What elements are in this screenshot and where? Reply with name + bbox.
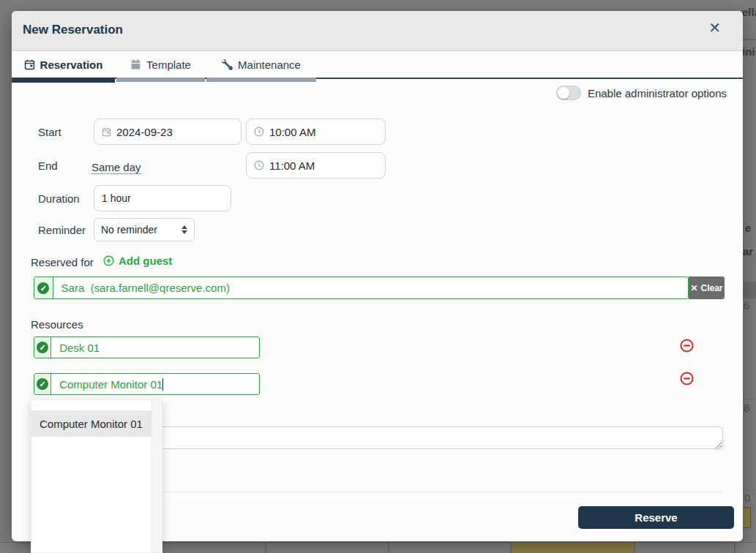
clear-x-icon: ✕ [690, 283, 697, 293]
reserved-for-field[interactable] [53, 277, 688, 298]
reminder-label: Reminder [38, 218, 86, 241]
tab-label: Reservation [40, 59, 103, 71]
calendar-filled-icon [130, 59, 141, 70]
reminder-select[interactable]: No reminder [94, 218, 195, 241]
add-guest-button[interactable]: Add guest [103, 255, 172, 267]
reserve-button[interactable]: Reserve [578, 506, 734, 529]
resource-field-2[interactable] [51, 374, 259, 394]
resources-label: Resources [31, 318, 83, 331]
resource-row: ✓ [34, 373, 260, 395]
resource-row: ✓ [34, 336, 260, 358]
background-gridline [743, 489, 756, 490]
clock-icon [254, 127, 264, 137]
background-event-cell [742, 507, 751, 528]
close-icon[interactable]: ✕ [708, 20, 721, 35]
reserved-for-group: ✓ ✕Clear [34, 276, 725, 299]
resource-input-wrap: ✓ [34, 373, 260, 395]
background-grid-number: 8 [744, 402, 749, 414]
clear-button[interactable]: ✕Clear [689, 276, 725, 299]
background-grid-divider [734, 542, 736, 553]
validation-addon: ✓ [34, 277, 53, 298]
admin-options-row: Enable administrator options [556, 85, 727, 101]
admin-options-label: Enable administrator options [588, 87, 727, 99]
toggle-knob [558, 87, 569, 99]
background-grid-number: 0 [744, 492, 750, 504]
reminder-value: No reminder [101, 224, 157, 236]
background-gridline [743, 399, 756, 399]
wrench-icon [222, 59, 233, 70]
check-circle-icon: ✓ [37, 378, 48, 390]
resource-autocomplete-dropdown: Computer Monitor 01 [31, 399, 162, 553]
validation-addon: ✓ [34, 374, 51, 394]
clear-label: Clear [701, 283, 723, 293]
tab-label: Maintenance [238, 59, 301, 71]
start-time-field[interactable] [269, 126, 378, 138]
screen: ella inis e ar 6 8 0 New Reservation ✕ R… [0, 0, 756, 553]
tab-underline [206, 78, 316, 82]
admin-options-toggle[interactable] [556, 86, 581, 100]
duration-input[interactable] [94, 185, 231, 211]
calendar-icon [102, 127, 111, 137]
background-grid-number: 6 [744, 299, 749, 312]
background-side-text: e [745, 222, 751, 234]
background-divider [743, 39, 756, 40]
active-tab-underline [12, 78, 115, 83]
clock-icon [254, 160, 264, 170]
duration-label: Duration [38, 185, 80, 211]
background-event-cell [511, 543, 634, 553]
end-time-field[interactable] [269, 159, 378, 172]
tab-template[interactable]: Template [116, 51, 205, 78]
validation-addon: ✓ [34, 337, 51, 358]
background-side-text: ar [743, 245, 753, 257]
reserved-for-input-wrap: ✓ [34, 276, 689, 299]
plus-circle-icon [103, 255, 114, 266]
modal-header: New Reservation ✕ [12, 11, 743, 51]
same-day-link[interactable]: Same day [91, 161, 141, 174]
tab-maintenance[interactable]: Maintenance [206, 51, 316, 78]
background-nav-text: inis [742, 45, 756, 58]
start-date-input[interactable] [94, 118, 242, 145]
start-time-input[interactable] [246, 118, 386, 145]
resource-input-wrap: ✓ [34, 336, 260, 358]
tab-bar: Reservation Template Maintenance [12, 51, 316, 78]
remove-resource-icon[interactable] [680, 339, 694, 353]
background-grid-divider [265, 542, 266, 553]
add-guest-label: Add guest [119, 255, 172, 267]
background-grid-divider [510, 542, 512, 553]
dropdown-scrollbar[interactable] [151, 400, 162, 552]
reserved-for-label: Reserved for [31, 256, 94, 268]
start-date-field[interactable] [116, 126, 233, 138]
duration-field[interactable] [102, 192, 223, 204]
calendar-icon [24, 59, 35, 70]
tab-underline [116, 78, 205, 82]
check-circle-icon: ✓ [37, 282, 49, 294]
background-nav-text: ella [742, 6, 756, 18]
start-label: Start [38, 118, 61, 145]
dropdown-option[interactable]: Computer Monitor 01 [31, 410, 151, 437]
background-grid-divider [388, 542, 389, 553]
tab-label: Template [146, 59, 191, 71]
resource-field-1[interactable] [51, 337, 259, 358]
check-circle-icon: ✓ [37, 342, 48, 353]
select-arrows-icon [181, 225, 187, 234]
text-cursor [162, 378, 163, 391]
end-label: End [38, 152, 58, 178]
remove-resource-icon[interactable] [680, 372, 694, 385]
page-title: New Reservation [23, 23, 123, 37]
end-time-input[interactable] [246, 152, 386, 178]
tab-reservation[interactable]: Reservation [12, 51, 115, 78]
background-calendar-header [742, 282, 756, 298]
background-grid-divider [634, 542, 635, 553]
